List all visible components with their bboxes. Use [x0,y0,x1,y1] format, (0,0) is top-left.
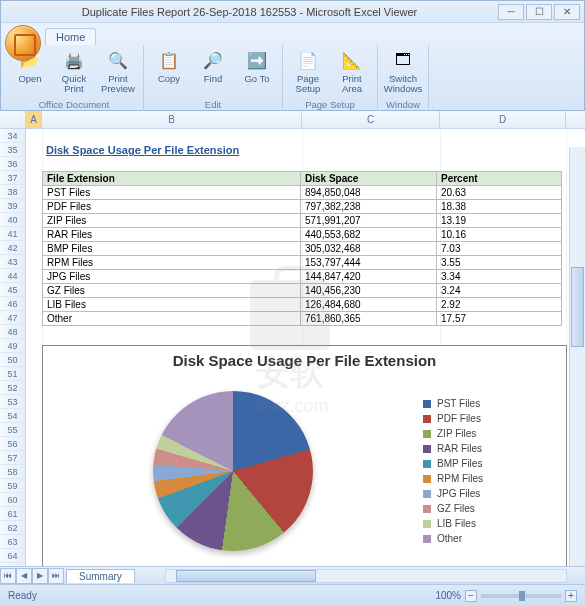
table-row: LIB Files126,484,6802.92 [43,298,562,312]
office-button[interactable] [5,25,41,61]
arrow-right-icon: ➡️ [245,48,269,72]
table-row: BMP Files305,032,4687.03 [43,242,562,256]
legend-item: LIB Files [423,518,566,529]
hscroll-thumb[interactable] [176,570,316,582]
row-header[interactable]: 52 [0,381,26,395]
row-header[interactable]: 41 [0,227,26,241]
row-header[interactable]: 55 [0,423,26,437]
zoom-level: 100% [435,590,461,601]
switch-windows-button[interactable]: 🗔Switch Windows [384,48,422,98]
row-header[interactable]: 44 [0,269,26,283]
next-sheet-button[interactable]: ▶ [32,568,48,584]
report-title: Disk Space Usage Per File Extension [46,144,239,156]
select-all-cell[interactable] [0,111,26,128]
row-header[interactable]: 39 [0,199,26,213]
chart-legend: PST FilesPDF FilesZIP FilesRAR FilesBMP … [423,371,566,571]
row-header[interactable]: 48 [0,325,26,339]
row-header[interactable]: 60 [0,493,26,507]
legend-swatch [423,415,431,423]
row-header[interactable]: 34 [0,129,26,143]
row-header[interactable]: 47 [0,311,26,325]
zoom-control[interactable]: 100% − + [435,590,577,602]
page-setup-icon: 📄 [296,48,320,72]
table-row: GZ Files140,456,2303.24 [43,284,562,298]
copy-button[interactable]: 📋Copy [150,48,188,98]
table-row: PST Files894,850,04820.63 [43,186,562,200]
find-button[interactable]: 🔎Find [194,48,232,98]
row-header[interactable]: 49 [0,339,26,353]
row-header[interactable]: 51 [0,367,26,381]
horizontal-scrollbar[interactable] [165,569,567,583]
row-header[interactable]: 45 [0,283,26,297]
row-header[interactable]: 64 [0,549,26,563]
first-sheet-button[interactable]: ⏮ [0,568,16,584]
row-header[interactable]: 61 [0,507,26,521]
row-header[interactable]: 54 [0,409,26,423]
legend-swatch [423,505,431,513]
page-setup-button[interactable]: 📄Page Setup [289,48,327,98]
zoom-in-button[interactable]: + [565,590,577,602]
col-header-c[interactable]: C [302,111,440,128]
legend-swatch [423,535,431,543]
row-header[interactable]: 40 [0,213,26,227]
row-header[interactable]: 35 [0,143,26,157]
status-ready: Ready [8,590,37,601]
row-header[interactable]: 38 [0,185,26,199]
tab-home[interactable]: Home [45,28,96,45]
data-table: File Extension Disk Space Percent PST Fi… [42,171,562,326]
close-button[interactable]: ✕ [554,4,580,20]
legend-label: JPG Files [437,488,480,499]
row-header[interactable]: 50 [0,353,26,367]
last-sheet-button[interactable]: ⏭ [48,568,64,584]
titlebar: Duplicate Files Report 26-Sep-2018 16255… [1,1,584,23]
legend-item: BMP Files [423,458,566,469]
row-header[interactable]: 62 [0,521,26,535]
zoom-out-button[interactable]: − [465,590,477,602]
row-header[interactable]: 58 [0,465,26,479]
legend-label: Other [437,533,462,544]
print-preview-button[interactable]: 🔍Print Preview [99,48,137,98]
th-percent: Percent [437,172,562,186]
table-row: RAR Files440,553,68210.16 [43,228,562,242]
row-header[interactable]: 57 [0,451,26,465]
row-header[interactable]: 46 [0,297,26,311]
group-label-office: Office Document [11,98,137,110]
row-header[interactable]: 36 [0,157,26,171]
col-header-d[interactable]: D [440,111,566,128]
row-header[interactable]: 37 [0,171,26,185]
maximize-button[interactable]: ☐ [526,4,552,20]
table-row: ZIP Files571,991,20713.19 [43,214,562,228]
row-header[interactable]: 43 [0,255,26,269]
row-header[interactable]: 59 [0,479,26,493]
vscroll-thumb[interactable] [571,267,584,347]
quick-print-button[interactable]: 🖨️Quick Print [55,48,93,98]
col-header-b[interactable]: B [42,111,302,128]
col-header-a[interactable]: A [26,111,42,128]
legend-label: BMP Files [437,458,482,469]
worksheet-area: A B C D 34353637383940414243444546474849… [0,111,585,584]
prev-sheet-button[interactable]: ◀ [16,568,32,584]
cells-area[interactable]: Disk Space Usage Per File Extension File… [26,129,585,584]
legend-label: ZIP Files [437,428,476,439]
goto-button[interactable]: ➡️Go To [238,48,276,98]
ribbon: Home 📂Open 🖨️Quick Print 🔍Print Preview … [1,23,584,111]
legend-swatch [423,520,431,528]
legend-item: JPG Files [423,488,566,499]
row-header[interactable]: 42 [0,241,26,255]
print-area-button[interactable]: 📐Print Area [333,48,371,98]
table-row: RPM Files153,797,4443.55 [43,256,562,270]
legend-item: GZ Files [423,503,566,514]
row-header[interactable]: 56 [0,437,26,451]
row-header[interactable]: 53 [0,395,26,409]
windows-icon: 🗔 [391,48,415,72]
preview-icon: 🔍 [106,48,130,72]
minimize-button[interactable]: ─ [498,4,524,20]
legend-swatch [423,400,431,408]
group-label-page: Page Setup [289,98,371,110]
chart[interactable]: Disk Space Usage Per File Extension PST … [42,345,567,577]
vertical-scrollbar[interactable] [569,147,585,584]
row-header[interactable]: 63 [0,535,26,549]
sheet-tabs-bar: ⏮ ◀ ▶ ⏭ Summary [0,566,585,584]
sheet-tab-summary[interactable]: Summary [66,569,135,583]
zoom-slider[interactable] [481,594,561,598]
